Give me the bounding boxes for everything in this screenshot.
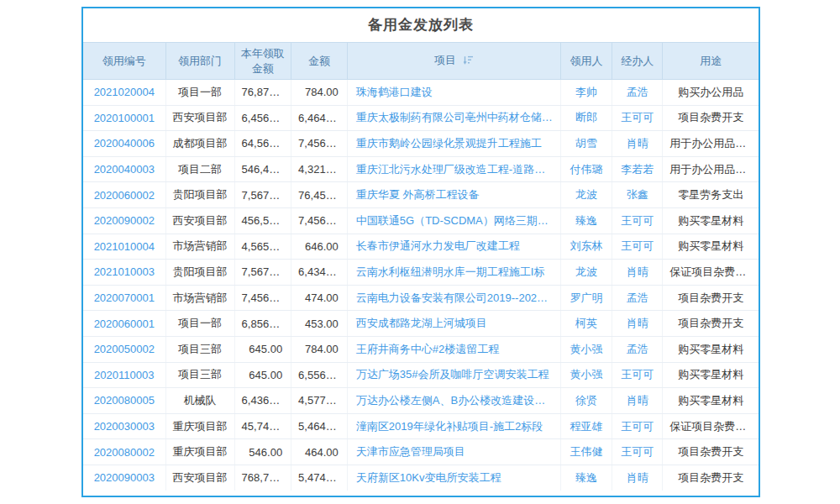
- cell-requisition-id[interactable]: 2021020004: [83, 80, 165, 106]
- column-header-label: 领用部门: [178, 55, 222, 67]
- cell-handler-link[interactable]: 肖晴: [612, 131, 663, 157]
- cell-requisition-id[interactable]: 2020050002: [83, 336, 165, 362]
- cell-project-link[interactable]: 珠海鹤港口建设: [347, 80, 560, 106]
- cell-handler-link[interactable]: 肖晴: [612, 388, 663, 414]
- cell-handler-link[interactable]: 王可可: [612, 105, 663, 131]
- cell-recipient-link[interactable]: 黄小强: [560, 336, 612, 362]
- cell-project-link[interactable]: 西安成都路龙湖上河城项目: [347, 311, 560, 337]
- cell-amount: 7,456.00: [291, 131, 348, 157]
- cell-recipient-link[interactable]: 程亚雄: [560, 413, 612, 439]
- cell-handler-link[interactable]: 李若若: [612, 156, 663, 182]
- cell-project-link[interactable]: 云南电力设备安装有限公司2019--2020年度劳...: [347, 285, 560, 311]
- cell-year-amount: 7,456.00: [234, 285, 291, 311]
- cell-recipient-link[interactable]: 刘东林: [560, 234, 612, 260]
- column-header-handler: 经办人: [612, 43, 663, 80]
- cell-year-amount: 546.00: [234, 439, 291, 465]
- cell-recipient-link[interactable]: 龙波: [560, 182, 612, 208]
- cell-requisition-id[interactable]: 2020040003: [83, 156, 165, 182]
- cell-department: 市场营销部: [165, 234, 234, 260]
- column-header-amount: 金额: [291, 43, 348, 80]
- cell-handler-link[interactable]: 肖晴: [612, 465, 663, 491]
- cell-handler-link[interactable]: 孟浩: [612, 80, 663, 106]
- cell-requisition-id[interactable]: 2020060001: [83, 311, 165, 337]
- cell-handler-link[interactable]: 王可可: [612, 362, 663, 388]
- cell-recipient-link[interactable]: 罗广明: [560, 285, 612, 311]
- cell-year-amount: 7,567.00: [234, 260, 291, 286]
- table-row: 2020030003重庆项目部45,745.005,464.00潼南区2019年…: [83, 413, 759, 439]
- cell-department: 市场营销部: [165, 285, 234, 311]
- cell-purpose: 保证项目杂费开支: [663, 413, 759, 439]
- cell-project-link[interactable]: 重庆江北污水处理厂级改造工程-道路修复工程: [347, 156, 560, 182]
- cell-amount: 784.00: [291, 80, 348, 106]
- cell-project-link[interactable]: 长春市伊通河水力发电厂改建工程: [347, 234, 560, 260]
- cell-handler-link[interactable]: 王可可: [612, 413, 663, 439]
- cell-requisition-id[interactable]: 2020030003: [83, 413, 165, 439]
- cell-purpose: 购买零星材料: [663, 234, 759, 260]
- cell-requisition-id[interactable]: 2020040006: [83, 131, 165, 157]
- cell-year-amount: 645.00: [234, 336, 291, 362]
- cell-project-link[interactable]: 天府新区10Kv变电所安装工程: [347, 465, 560, 491]
- cell-handler-link[interactable]: 肖晴: [612, 311, 663, 337]
- cell-requisition-id[interactable]: 2020080002: [83, 439, 165, 465]
- cell-handler-link[interactable]: 孟浩: [612, 336, 663, 362]
- cell-handler-link[interactable]: 王可可: [612, 234, 663, 260]
- cell-recipient-link[interactable]: 王伟健: [560, 439, 612, 465]
- cell-project-link[interactable]: 重庆太极制药有限公司亳州中药材仓储物流基...: [347, 105, 560, 131]
- cell-project-link[interactable]: 万达办公楼左侧A、B办公楼改造建设工程: [347, 388, 560, 414]
- cell-recipient-link[interactable]: 臻逸: [560, 207, 612, 234]
- cell-amount: 5,474.00: [291, 465, 348, 491]
- cell-recipient-link[interactable]: 李帅: [560, 80, 612, 106]
- cell-project-link[interactable]: 天津市应急管理局项目: [347, 439, 560, 465]
- cell-requisition-id[interactable]: 2020110003: [83, 362, 165, 388]
- cell-handler-link[interactable]: 肖晴: [612, 260, 663, 286]
- cell-handler-link[interactable]: 孟浩: [612, 285, 663, 311]
- cell-amount: 4,321.00: [291, 156, 348, 182]
- cell-requisition-id[interactable]: 2021010004: [83, 234, 165, 260]
- cell-project-link[interactable]: 万达广场35#会所及咖啡厅空调安装工程: [347, 362, 560, 388]
- table-row: 2020060002贵阳项目部7,567.0076,457...重庆华夏 外高桥…: [83, 182, 759, 208]
- cell-handler-link[interactable]: 王可可: [612, 439, 663, 465]
- table-row: 2020090003西安项目部768,768.005,474.00天府新区10K…: [83, 465, 759, 491]
- cell-year-amount: 6,456.00: [234, 105, 291, 131]
- cell-year-amount: 64,565.00: [234, 131, 291, 157]
- cell-recipient-link[interactable]: 付伟璐: [560, 156, 612, 182]
- cell-requisition-id[interactable]: 2020070001: [83, 285, 165, 311]
- cell-amount: 453.00: [291, 311, 348, 337]
- cell-department: 项目二部: [165, 156, 234, 182]
- cell-handler-link[interactable]: 王可可: [612, 207, 663, 234]
- cell-requisition-id[interactable]: 2020100001: [83, 105, 165, 131]
- cell-project-link[interactable]: 重庆华夏 外高桥工程设备: [347, 182, 560, 208]
- cell-requisition-id[interactable]: 2021010003: [83, 260, 165, 286]
- cell-recipient-link[interactable]: 龙波: [560, 260, 612, 286]
- cell-project-link[interactable]: 王府井商务中心#2楼遗留工程: [347, 336, 560, 362]
- table-row: 2020080002重庆项目部546.00464.00天津市应急管理局项目王伟健…: [83, 439, 759, 465]
- cell-recipient-link[interactable]: 柯英: [560, 311, 612, 337]
- sort-amount-icon[interactable]: [464, 54, 474, 69]
- cell-requisition-id[interactable]: 2020060002: [83, 182, 165, 208]
- cell-purpose: 购买零星材料: [663, 207, 759, 234]
- cell-recipient-link[interactable]: 黄小强: [560, 362, 612, 388]
- column-header-label: 经办人: [621, 55, 654, 67]
- cell-recipient-link[interactable]: 断郎: [560, 105, 612, 131]
- cell-recipient-link[interactable]: 臻逸: [560, 465, 612, 491]
- cell-requisition-id[interactable]: 2020090003: [83, 465, 165, 491]
- cell-purpose: 购买办公用品: [663, 80, 759, 106]
- cell-purpose: 项目杂费开支: [663, 439, 759, 465]
- column-header-project[interactable]: 项目: [347, 43, 560, 80]
- cell-department: 贵阳项目部: [165, 182, 234, 208]
- cell-recipient-link[interactable]: 徐贤: [560, 388, 612, 414]
- cell-project-link[interactable]: 云南水利枢纽潜明水库一期工程施工I标: [347, 260, 560, 286]
- cell-project-link[interactable]: 潼南区2019年绿化补贴项目-施工2标段: [347, 413, 560, 439]
- cell-project-link[interactable]: 中国联通5G（TD-SCDMA）网络三期四川工程: [347, 207, 560, 234]
- cell-department: 重庆项目部: [165, 413, 234, 439]
- table-row: 2020080005机械队6,436.004,577.00万达办公楼左侧A、B办…: [83, 388, 759, 414]
- cell-recipient-link[interactable]: 胡雪: [560, 131, 612, 157]
- column-header-label: 领用编号: [102, 55, 146, 67]
- cell-requisition-id[interactable]: 2020080005: [83, 388, 165, 414]
- cell-handler-link[interactable]: 张鑫: [612, 182, 663, 208]
- petty-cash-table-card: 备用金发放列表 领用编号 领用部门 本年领取金额 金额 项目: [81, 7, 760, 497]
- cell-requisition-id[interactable]: 2020090002: [83, 207, 165, 234]
- cell-project-link[interactable]: 重庆市鹅岭公园绿化景观提升工程施工: [347, 131, 560, 157]
- cell-amount: 6,556.00: [291, 362, 348, 388]
- column-header-label: 金额: [308, 55, 330, 67]
